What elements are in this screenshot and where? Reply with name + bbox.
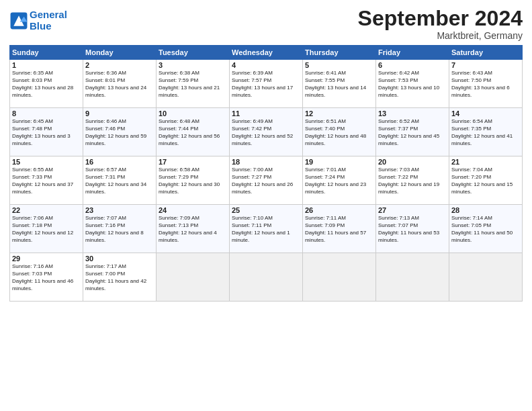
day-number: 10 <box>159 109 227 118</box>
day-number: 8 <box>12 109 81 118</box>
day-info: Sunrise: 7:00 AMSunset: 7:27 PMDaylight:… <box>232 167 300 195</box>
day-number: 14 <box>451 109 520 118</box>
day-info: Sunrise: 7:07 AMSunset: 7:16 PMDaylight:… <box>85 215 154 244</box>
calendar-cell: 11Sunrise: 6:49 AMSunset: 7:42 PMDayligh… <box>230 108 303 156</box>
calendar-cell: 21Sunrise: 7:04 AMSunset: 7:20 PMDayligh… <box>449 156 523 205</box>
day-info: Sunrise: 6:58 AMSunset: 7:29 PMDaylight:… <box>159 167 227 195</box>
day-number: 28 <box>451 206 520 214</box>
day-info: Sunrise: 7:14 AMSunset: 7:05 PMDaylight:… <box>451 215 520 244</box>
day-info: Sunrise: 7:11 AMSunset: 7:09 PMDaylight:… <box>305 215 373 244</box>
day-info: Sunrise: 7:16 AMSunset: 7:03 PMDaylight:… <box>12 263 81 292</box>
calendar-cell: 1Sunrise: 6:35 AMSunset: 8:03 PMDaylight… <box>10 60 83 108</box>
calendar-cell <box>449 253 523 302</box>
day-number: 3 <box>159 61 227 69</box>
calendar-cell: 25Sunrise: 7:10 AMSunset: 7:11 PMDayligh… <box>230 205 303 253</box>
calendar-cell: 28Sunrise: 7:14 AMSunset: 7:05 PMDayligh… <box>449 205 523 253</box>
calendar-week-5: 29Sunrise: 7:16 AMSunset: 7:03 PMDayligh… <box>10 253 523 302</box>
logo-icon <box>9 11 28 30</box>
weekday-header-sunday: Sunday <box>10 46 83 60</box>
calendar-week-4: 22Sunrise: 7:06 AMSunset: 7:18 PMDayligh… <box>10 205 523 253</box>
day-number: 26 <box>305 206 373 214</box>
day-number: 25 <box>232 206 300 214</box>
day-number: 7 <box>451 61 520 69</box>
weekday-header-friday: Friday <box>376 46 449 60</box>
day-number: 30 <box>85 255 154 263</box>
day-info: Sunrise: 6:45 AMSunset: 7:48 PMDaylight:… <box>12 118 81 147</box>
weekday-header-thursday: Thursday <box>303 46 376 60</box>
day-info: Sunrise: 7:06 AMSunset: 7:18 PMDaylight:… <box>12 215 81 244</box>
calendar-week-3: 15Sunrise: 6:55 AMSunset: 7:33 PMDayligh… <box>10 156 523 205</box>
weekday-header-row: SundayMondayTuesdayWednesdayThursdayFrid… <box>10 46 523 60</box>
location: Marktbreit, Germany <box>358 30 523 41</box>
calendar-cell: 18Sunrise: 7:00 AMSunset: 7:27 PMDayligh… <box>230 156 303 205</box>
calendar-cell: 22Sunrise: 7:06 AMSunset: 7:18 PMDayligh… <box>10 205 83 253</box>
logo-text: General Blue <box>30 9 67 32</box>
day-number: 19 <box>305 158 373 166</box>
day-info: Sunrise: 6:46 AMSunset: 7:46 PMDaylight:… <box>85 118 154 147</box>
day-info: Sunrise: 6:49 AMSunset: 7:42 PMDaylight:… <box>232 118 300 147</box>
day-number: 27 <box>378 206 447 214</box>
day-number: 11 <box>232 109 300 118</box>
calendar-cell <box>376 253 449 302</box>
calendar-cell: 15Sunrise: 6:55 AMSunset: 7:33 PMDayligh… <box>10 156 83 205</box>
day-info: Sunrise: 6:51 AMSunset: 7:40 PMDaylight:… <box>305 118 373 147</box>
calendar-cell: 20Sunrise: 7:03 AMSunset: 7:22 PMDayligh… <box>376 156 449 205</box>
calendar-cell: 7Sunrise: 6:43 AMSunset: 7:50 PMDaylight… <box>449 60 523 108</box>
day-number: 21 <box>451 158 520 166</box>
weekday-header-tuesday: Tuesday <box>157 46 230 60</box>
day-number: 29 <box>12 255 81 263</box>
day-number: 20 <box>378 158 447 166</box>
logo: General Blue <box>9 9 67 32</box>
day-info: Sunrise: 6:41 AMSunset: 7:55 PMDaylight:… <box>305 70 373 99</box>
day-info: Sunrise: 6:36 AMSunset: 8:01 PMDaylight:… <box>85 70 154 99</box>
calendar-cell: 29Sunrise: 7:16 AMSunset: 7:03 PMDayligh… <box>10 253 83 302</box>
month-title: September 2024 <box>358 7 523 30</box>
calendar-cell: 27Sunrise: 7:13 AMSunset: 7:07 PMDayligh… <box>376 205 449 253</box>
day-info: Sunrise: 7:03 AMSunset: 7:22 PMDaylight:… <box>378 167 447 195</box>
day-info: Sunrise: 7:04 AMSunset: 7:20 PMDaylight:… <box>451 167 520 195</box>
calendar-cell: 3Sunrise: 6:38 AMSunset: 7:59 PMDaylight… <box>157 60 230 108</box>
calendar-cell: 14Sunrise: 6:54 AMSunset: 7:35 PMDayligh… <box>449 108 523 156</box>
calendar-cell: 16Sunrise: 6:57 AMSunset: 7:31 PMDayligh… <box>83 156 157 205</box>
day-info: Sunrise: 6:54 AMSunset: 7:35 PMDaylight:… <box>451 118 520 147</box>
day-number: 9 <box>85 109 154 118</box>
day-number: 4 <box>232 61 300 69</box>
calendar-cell: 26Sunrise: 7:11 AMSunset: 7:09 PMDayligh… <box>303 205 376 253</box>
day-number: 22 <box>12 206 81 214</box>
day-number: 1 <box>12 61 81 69</box>
calendar-cell: 2Sunrise: 6:36 AMSunset: 8:01 PMDaylight… <box>83 60 157 108</box>
day-info: Sunrise: 6:43 AMSunset: 7:50 PMDaylight:… <box>451 70 520 99</box>
calendar-cell: 8Sunrise: 6:45 AMSunset: 7:48 PMDaylight… <box>10 108 83 156</box>
calendar-cell: 4Sunrise: 6:39 AMSunset: 7:57 PMDaylight… <box>230 60 303 108</box>
calendar-cell: 5Sunrise: 6:41 AMSunset: 7:55 PMDaylight… <box>303 60 376 108</box>
day-info: Sunrise: 6:48 AMSunset: 7:44 PMDaylight:… <box>159 118 227 147</box>
day-info: Sunrise: 6:57 AMSunset: 7:31 PMDaylight:… <box>85 167 154 195</box>
calendar-cell: 30Sunrise: 7:17 AMSunset: 7:00 PMDayligh… <box>83 253 157 302</box>
day-info: Sunrise: 7:13 AMSunset: 7:07 PMDaylight:… <box>378 215 447 244</box>
day-info: Sunrise: 7:17 AMSunset: 7:00 PMDaylight:… <box>85 263 154 292</box>
calendar-cell <box>303 253 376 302</box>
calendar-cell: 10Sunrise: 6:48 AMSunset: 7:44 PMDayligh… <box>157 108 230 156</box>
calendar-table: SundayMondayTuesdayWednesdayThursdayFrid… <box>9 45 523 302</box>
day-number: 16 <box>85 158 154 166</box>
day-info: Sunrise: 7:10 AMSunset: 7:11 PMDaylight:… <box>232 215 300 244</box>
page-header: General Blue September 2024 Marktbreit, … <box>9 7 523 41</box>
day-info: Sunrise: 6:52 AMSunset: 7:37 PMDaylight:… <box>378 118 447 147</box>
weekday-header-saturday: Saturday <box>449 46 523 60</box>
day-number: 18 <box>232 158 300 166</box>
calendar-cell <box>230 253 303 302</box>
day-number: 23 <box>85 206 154 214</box>
calendar-cell: 12Sunrise: 6:51 AMSunset: 7:40 PMDayligh… <box>303 108 376 156</box>
day-info: Sunrise: 7:09 AMSunset: 7:13 PMDaylight:… <box>159 215 227 244</box>
calendar-cell <box>157 253 230 302</box>
calendar-cell: 6Sunrise: 6:42 AMSunset: 7:53 PMDaylight… <box>376 60 449 108</box>
day-number: 13 <box>378 109 447 118</box>
weekday-header-wednesday: Wednesday <box>230 46 303 60</box>
calendar-cell: 13Sunrise: 6:52 AMSunset: 7:37 PMDayligh… <box>376 108 449 156</box>
page-container: General Blue September 2024 Marktbreit, … <box>0 0 532 308</box>
day-number: 2 <box>85 61 154 69</box>
calendar-week-1: 1Sunrise: 6:35 AMSunset: 8:03 PMDaylight… <box>10 60 523 108</box>
calendar-cell: 9Sunrise: 6:46 AMSunset: 7:46 PMDaylight… <box>83 108 157 156</box>
calendar-cell: 23Sunrise: 7:07 AMSunset: 7:16 PMDayligh… <box>83 205 157 253</box>
calendar-cell: 19Sunrise: 7:01 AMSunset: 7:24 PMDayligh… <box>303 156 376 205</box>
